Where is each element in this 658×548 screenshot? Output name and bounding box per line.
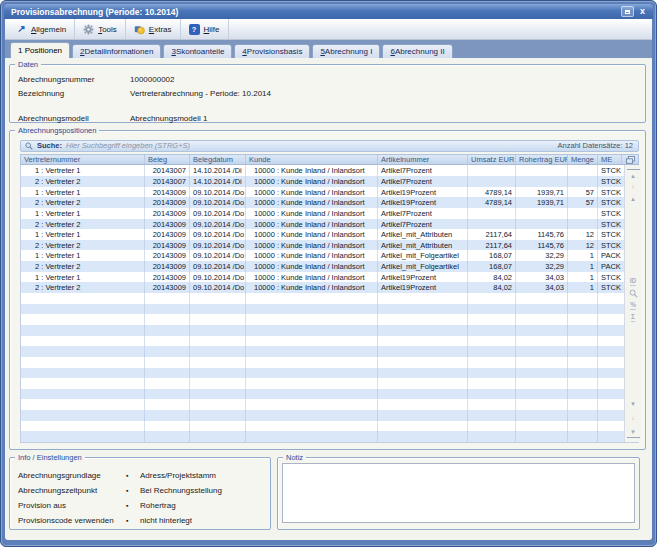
table-cell: 2 : Vertreter 2 — [21, 197, 145, 208]
table-cell — [145, 421, 190, 432]
table-cell — [190, 399, 246, 410]
table-cell — [568, 293, 598, 304]
scroll-page-up-icon[interactable]: ↑ — [627, 181, 640, 193]
table-cell — [145, 410, 190, 421]
table-cell — [145, 389, 190, 400]
tab-skontoanteile[interactable]: 3 Skontoanteile — [163, 44, 232, 58]
table-cell — [468, 336, 516, 347]
table-row[interactable]: 1 : Vertreter 12014300909.10.2014 /Do100… — [21, 272, 624, 283]
scroll-down-icon[interactable]: ▼ — [627, 398, 640, 410]
table-cell: 10000 : Kunde Inland / Inlandsort — [246, 176, 378, 187]
tab-abrechnung-ii[interactable]: 6 Abrechnung II — [382, 44, 452, 58]
table-cell: 20143009 — [145, 208, 190, 219]
menu-item-tools[interactable]: Tools — [75, 19, 126, 39]
table-empty-row — [21, 357, 624, 368]
close-window-button[interactable]: x — [636, 6, 649, 17]
daten-field-label: Abrechnungsmodell — [18, 114, 130, 123]
table-row[interactable]: 1 : Vertreter 12014300909.10.2014 /Do100… — [21, 187, 624, 198]
scroll-first-icon[interactable]: ▲ — [627, 169, 640, 181]
tab-positionen[interactable]: 1 Positionen — [10, 42, 70, 58]
column-header-rohertrag-eur[interactable]: Rohertrag EUR — [516, 155, 568, 165]
table-cell: Artikel_mit_Folgeartikel — [378, 261, 468, 272]
table-row[interactable]: 2 : Vertreter 22014300909.10.2014 /Do100… — [21, 219, 624, 230]
table-body: 1 : Vertreter 12014300714.10.2014 /Di100… — [20, 165, 639, 443]
table-row[interactable]: 2 : Vertreter 22014300909.10.2014 /Do100… — [21, 261, 624, 272]
scroll-page-down-icon[interactable]: ↓ — [627, 412, 640, 424]
table-cell: 10000 : Kunde Inland / Inlandsort — [246, 250, 378, 261]
table-cell — [516, 336, 568, 347]
table-cell: 1 : Vertreter 1 — [21, 229, 145, 240]
help-icon: ? — [189, 24, 200, 35]
info-value: Rohertrag — [140, 501, 176, 510]
table-cell: 20143009 — [145, 197, 190, 208]
column-header-beleg[interactable]: Beleg — [145, 155, 190, 165]
row-id-icon[interactable]: ID — [630, 277, 637, 286]
table-cell — [516, 314, 568, 325]
menu-item-label: Hilfe — [204, 25, 220, 34]
table-cell — [468, 431, 516, 442]
table-row[interactable]: 2 : Vertreter 22014300909.10.2014 /Do100… — [21, 282, 624, 293]
table-cell — [190, 410, 246, 421]
scroll-last-icon[interactable]: ▼ — [627, 426, 640, 438]
column-header-menge[interactable]: Menge — [568, 155, 598, 165]
table-empty-row — [21, 389, 624, 400]
column-header-me[interactable]: ME — [598, 155, 622, 165]
table-cell: 20143009 — [145, 187, 190, 198]
column-header-vertreternummer[interactable]: Vertreternummer — [21, 155, 145, 165]
restore-window-button[interactable] — [621, 6, 634, 17]
menu-item-allgemein[interactable]: ↗Allgemein — [8, 19, 75, 39]
table-cell — [598, 410, 624, 421]
scroll-up-icon[interactable]: ▲ — [627, 193, 640, 205]
table-cell: 10000 : Kunde Inland / Inlandsort — [246, 229, 378, 240]
table-cell — [145, 346, 190, 357]
table-cell: 34,03 — [516, 272, 568, 283]
percent-icon[interactable]: % — [630, 301, 636, 310]
table-cell — [568, 304, 598, 315]
column-chooser-icon[interactable] — [622, 155, 638, 165]
table-cell — [145, 304, 190, 315]
table-toolbar: ▲ ↑ ▲ ID % Σ ▼ ↓ ▼ — [624, 165, 641, 442]
search-bar[interactable]: Suche: Hier Suchbegriff eingeben (STRG+S… — [20, 140, 639, 152]
table-row[interactable]: 1 : Vertreter 12014300909.10.2014 /Do100… — [21, 208, 624, 219]
table-cell — [190, 378, 246, 389]
menu-item-hilfe[interactable]: ?Hilfe — [181, 19, 229, 39]
table-cell: 2 : Vertreter 2 — [21, 282, 145, 293]
column-header-kunde[interactable]: Kunde — [246, 155, 378, 165]
table-cell — [145, 325, 190, 336]
table-row[interactable]: 2 : Vertreter 22014300909.10.2014 /Do100… — [21, 197, 624, 208]
table-cell — [378, 421, 468, 432]
table-cell — [516, 357, 568, 368]
table-row[interactable]: 2 : Vertreter 22014300714.10.2014 /Di100… — [21, 176, 624, 187]
table-cell — [21, 325, 145, 336]
table-cell: 10000 : Kunde Inland / Inlandsort — [246, 261, 378, 272]
search-in-table-icon[interactable] — [629, 289, 638, 298]
tab-provisionsbasis[interactable]: 4 Provisionsbasis — [234, 44, 310, 58]
daten-field-label: Bezeichnung — [18, 89, 130, 98]
column-header-umsatz-eur[interactable]: Umsatz EUR — [468, 155, 516, 165]
positionen-legend: Abrechnungspositionen — [15, 126, 99, 135]
table-cell — [568, 208, 598, 219]
table-row[interactable]: 2 : Vertreter 22014300909.10.2014 /Do100… — [21, 240, 624, 251]
window-title: Provisionsabrechnung (Periode: 10.2014) — [11, 7, 178, 17]
daten-legend: Daten — [15, 60, 41, 69]
table-cell — [378, 336, 468, 347]
table-cell: Artikel7Prozent — [378, 176, 468, 187]
table-cell: 34,03 — [516, 282, 568, 293]
table-row[interactable]: 1 : Vertreter 12014300909.10.2014 /Do100… — [21, 250, 624, 261]
tab-detailinformationen[interactable]: 2 Detailinformationen — [72, 44, 161, 58]
table-cell — [568, 389, 598, 400]
table-cell: 10000 : Kunde Inland / Inlandsort — [246, 197, 378, 208]
table-cell — [246, 378, 378, 389]
table-cell: 20143007 — [145, 165, 190, 176]
sum-icon[interactable]: Σ — [631, 313, 635, 322]
tab-abrechnung-i[interactable]: 5 Abrechnung I — [312, 44, 380, 58]
table-row[interactable]: 1 : Vertreter 12014300909.10.2014 /Do100… — [21, 229, 624, 240]
table-cell — [568, 421, 598, 432]
column-header-artikelnummer[interactable]: Artikelnummer — [378, 155, 468, 165]
table-cell — [378, 357, 468, 368]
menu-item-extras[interactable]: Extras — [126, 19, 181, 39]
table-row[interactable]: 1 : Vertreter 12014300714.10.2014 /Di100… — [21, 165, 624, 176]
table-empty-row — [21, 304, 624, 315]
notiz-textarea[interactable] — [282, 463, 635, 523]
column-header-belegdatum[interactable]: Belegdatum — [190, 155, 246, 165]
